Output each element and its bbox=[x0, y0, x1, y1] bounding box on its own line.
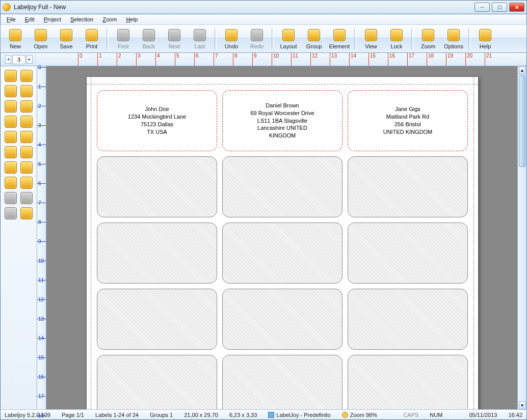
view-button[interactable]: View bbox=[358, 26, 384, 51]
abc-icon bbox=[5, 100, 17, 113]
label-cell[interactable] bbox=[348, 355, 468, 409]
label-cell[interactable] bbox=[348, 156, 468, 217]
status-zoom: Zoom 98% bbox=[342, 412, 377, 418]
maximize-button[interactable]: ☐ bbox=[492, 3, 507, 12]
tool-db[interactable] bbox=[3, 129, 19, 145]
page-number-input[interactable]: 3 bbox=[12, 55, 25, 64]
cut-icon bbox=[5, 161, 17, 174]
help-icon bbox=[479, 29, 491, 41]
open-button[interactable]: Open bbox=[28, 26, 54, 51]
label-cell[interactable] bbox=[222, 289, 342, 350]
tool-folder[interactable] bbox=[3, 175, 19, 190]
tool-printer[interactable] bbox=[19, 145, 35, 160]
menu-zoom[interactable]: Zoom bbox=[99, 15, 120, 23]
tool-pointer[interactable] bbox=[3, 68, 19, 83]
canvas[interactable]: John Doe1234 Mockingbird Lane75123 Dalla… bbox=[46, 66, 517, 409]
zoom-button[interactable]: Zoom bbox=[415, 26, 441, 51]
tool-abc[interactable] bbox=[3, 99, 19, 114]
group-button[interactable]: Group bbox=[301, 26, 327, 51]
open-icon bbox=[35, 29, 47, 41]
ruler-h-tick: 5 bbox=[175, 53, 175, 66]
pointer-icon bbox=[5, 70, 17, 82]
tool-barcode[interactable] bbox=[19, 68, 35, 83]
tool-text[interactable] bbox=[3, 83, 19, 99]
new-icon bbox=[9, 29, 21, 41]
back-button[interactable]: Back bbox=[136, 26, 162, 51]
label-cell[interactable] bbox=[97, 289, 217, 350]
ruler-h-tick: 4 bbox=[155, 53, 156, 66]
page-control: ◄ 3 ► bbox=[1, 53, 37, 66]
tool-cut[interactable] bbox=[3, 160, 19, 175]
undo-button[interactable]: Undo bbox=[219, 26, 244, 51]
minimize-button[interactable]: ─ bbox=[475, 3, 490, 12]
tool-key[interactable] bbox=[3, 145, 19, 160]
status-num: NUM bbox=[430, 412, 442, 418]
label-cell[interactable] bbox=[97, 222, 217, 284]
label-cell[interactable] bbox=[97, 156, 217, 217]
menu-edit[interactable]: Edit bbox=[22, 15, 38, 23]
ruler-h-tick: 2 bbox=[117, 53, 117, 66]
label-cell[interactable] bbox=[97, 355, 217, 409]
new-button[interactable]: New bbox=[3, 26, 28, 51]
tool-target[interactable] bbox=[3, 206, 19, 221]
label-cell[interactable]: John Doe1234 Mockingbird Lane75123 Dalla… bbox=[97, 90, 217, 151]
ruler-v-tick: 10 bbox=[37, 261, 46, 261]
tool-flag[interactable] bbox=[3, 190, 19, 206]
ruler-h-tick: 8 bbox=[233, 53, 233, 66]
scroll-thumb[interactable] bbox=[519, 75, 525, 167]
options-button[interactable]: Options bbox=[441, 26, 466, 51]
tool-tag[interactable] bbox=[19, 206, 35, 221]
tool-yellow1[interactable] bbox=[19, 83, 35, 99]
close-button[interactable]: ✕ bbox=[509, 3, 524, 12]
ruler-h-tick: 20 bbox=[465, 53, 466, 66]
label-cell[interactable] bbox=[348, 222, 468, 284]
tool-world[interactable] bbox=[19, 114, 35, 129]
scroll-down-button[interactable]: ▼ bbox=[519, 401, 525, 409]
ruler-v-tick: 11 bbox=[37, 280, 46, 281]
next-icon bbox=[168, 29, 180, 41]
ruler-v-tick: 3 bbox=[37, 125, 46, 126]
tool-search[interactable] bbox=[19, 129, 35, 145]
menu-help[interactable]: Help bbox=[123, 15, 141, 23]
next-button[interactable]: Next bbox=[162, 26, 187, 51]
redo-button[interactable]: Redo bbox=[244, 26, 270, 51]
save-button[interactable]: Save bbox=[54, 26, 79, 51]
page-prev-button[interactable]: ◄ bbox=[5, 55, 11, 64]
last-button[interactable]: Last bbox=[187, 26, 213, 51]
workarea: ◄ 3 ► 012345678 bbox=[0, 53, 527, 409]
ruler-h-tick: 10 bbox=[272, 53, 272, 66]
label-cell[interactable] bbox=[222, 355, 342, 409]
tool-roll[interactable] bbox=[19, 99, 35, 114]
layout-button[interactable]: Layout bbox=[276, 26, 301, 51]
tool-arrows[interactable] bbox=[19, 190, 35, 206]
label-cell[interactable]: Jane GigsMaitland Park Rd256 BristolUNIT… bbox=[348, 90, 468, 151]
menu-file[interactable]: File bbox=[4, 15, 19, 23]
tool-delete[interactable] bbox=[19, 160, 35, 175]
page-next-button[interactable]: ► bbox=[27, 55, 33, 64]
first-button[interactable]: First bbox=[111, 26, 136, 51]
label-cell[interactable] bbox=[348, 289, 468, 350]
tool-folder2[interactable] bbox=[19, 175, 35, 190]
titlebar: Labeljoy Full - New ─ ☐ ✕ bbox=[0, 0, 527, 14]
ruler-v-tick: 13 bbox=[37, 319, 46, 319]
flag-icon bbox=[5, 192, 17, 204]
element-button[interactable]: Element bbox=[327, 26, 352, 51]
vertical-scrollbar[interactable]: ▲ ▼ bbox=[517, 66, 526, 409]
label-cell[interactable] bbox=[222, 156, 342, 217]
ruler-v-tick: 5 bbox=[37, 164, 46, 164]
menu-project[interactable]: Project bbox=[41, 15, 64, 23]
print-button[interactable]: Print bbox=[79, 26, 104, 51]
menu-selection[interactable]: Selection bbox=[67, 15, 96, 23]
label-cell[interactable]: Daniel Brown69 Royal Worcester DriveLS11… bbox=[222, 90, 342, 151]
delete-icon bbox=[20, 161, 33, 174]
ruler-h-tick: 1 bbox=[97, 53, 98, 66]
scroll-up-button[interactable]: ▲ bbox=[519, 66, 525, 74]
tool-grid[interactable] bbox=[3, 114, 19, 129]
help-button[interactable]: Help bbox=[472, 26, 498, 51]
ruler-v-tick: 4 bbox=[37, 145, 46, 145]
label-cell[interactable] bbox=[222, 222, 342, 284]
ruler-v-tick: 17 bbox=[37, 396, 46, 397]
lock-button[interactable]: Lock bbox=[384, 26, 409, 51]
app-icon bbox=[3, 3, 11, 11]
menubar: File Edit Project Selection Zoom Help bbox=[0, 14, 527, 24]
